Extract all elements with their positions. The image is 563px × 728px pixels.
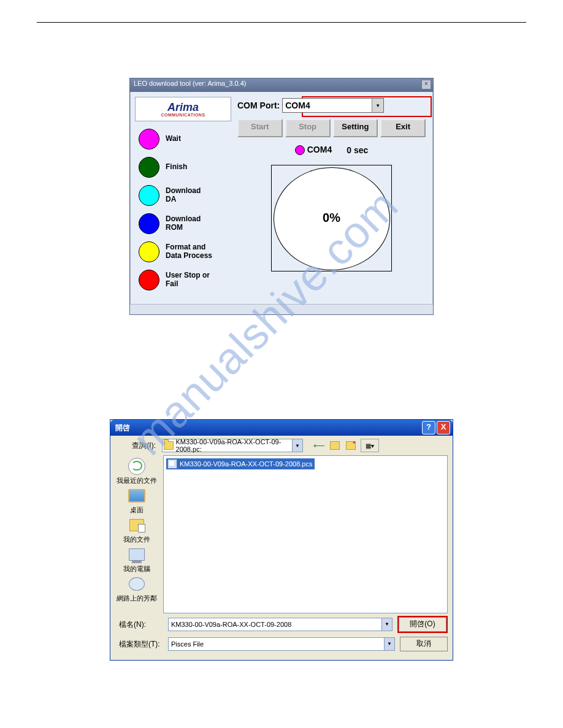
lookin-value: KM330-00-V09a-ROA-XX-OCT-09-2008.pc: (176, 438, 302, 453)
com-port-value: COM4 (285, 100, 310, 110)
chevron-down-icon[interactable]: ▼ (372, 99, 383, 112)
cancel-button[interactable]: 取消 (400, 637, 448, 651)
open-button[interactable]: 開啓(O) (399, 617, 446, 632)
folder-icon (164, 441, 174, 450)
place-desktop[interactable]: 桌面 (110, 486, 163, 515)
filename-label: 檔名(N): (115, 620, 163, 630)
status-dot-icon (295, 145, 305, 155)
place-label: 網路上的芳鄰 (117, 594, 157, 603)
place-label: 桌面 (130, 506, 144, 515)
place-network[interactable]: 網路上的芳鄰 (110, 574, 163, 604)
file-list[interactable]: KM330-00-V09a-ROA-XX-OCT-09-2008.pcs (163, 455, 448, 613)
file-item-selected[interactable]: KM330-00-V09a-ROA-XX-OCT-09-2008.pcs (166, 458, 315, 469)
com-port-label: COM Port: (237, 100, 280, 110)
dot-icon (139, 241, 159, 262)
legend-label: Format and Data Process (166, 243, 212, 260)
new-folder-icon[interactable] (345, 439, 357, 452)
legend-label: Download ROM (166, 215, 201, 232)
place-label: 我的電腦 (123, 564, 150, 574)
stop-button[interactable]: Stop (285, 119, 331, 137)
place-mydocs[interactable]: 我的文件 (110, 515, 163, 545)
dialog-titlebar: 開啓 ? X (110, 420, 453, 436)
status-time: 0 sec (347, 145, 368, 155)
start-button[interactable]: Start (237, 119, 283, 137)
dot-icon (139, 213, 159, 234)
window-titlebar: LEO download tool (ver: Arima_3.0.4) × (130, 78, 433, 92)
view-menu-icon[interactable]: ▦▾ (361, 439, 379, 452)
dot-icon (139, 157, 159, 178)
place-recent[interactable]: 我最近的文件 (110, 457, 163, 486)
legend-finish: Finish (132, 153, 234, 181)
dot-icon (139, 185, 159, 206)
place-label: 我的文件 (123, 535, 150, 544)
desktop-icon (128, 489, 145, 502)
network-icon (129, 577, 145, 591)
file-icon (167, 459, 177, 469)
legend-label: Wait (166, 135, 181, 143)
back-icon[interactable]: ⟵ (313, 439, 325, 452)
progress-box: 0% (271, 165, 392, 271)
mydocs-icon (129, 519, 144, 531)
highlight-open-button: 開啓(O) (397, 616, 448, 633)
arima-logo: Arima COMMUNICATIONS (135, 97, 231, 121)
filename-value: KM330-00-V09a-ROA-XX-OCT-09-2008 (171, 621, 291, 628)
legend-panel: Arima COMMUNICATIONS Wait Finish Downloa… (132, 94, 234, 301)
dot-icon (139, 270, 159, 290)
chevron-down-icon[interactable]: ▼ (292, 439, 302, 452)
legend-download-da: Download DA (132, 181, 234, 210)
legend-label: Download DA (166, 187, 201, 204)
filetype-value: Pisces File (171, 640, 204, 648)
window-title: LEO download tool (ver: Arima_3.0.4) (134, 80, 246, 87)
status-port: COM4 (307, 145, 332, 154)
logo-main-text: Arima (167, 102, 199, 113)
legend-wait: Wait (132, 125, 234, 153)
dialog-title: 開啓 (115, 423, 130, 433)
filetype-label: 檔案類型(T): (115, 639, 163, 650)
folder-up-icon[interactable] (329, 439, 341, 452)
dialog-toolbar: 查詢(I): KM330-00-V09a-ROA-XX-OCT-09-2008.… (110, 436, 453, 455)
place-label: 我最近的文件 (117, 476, 157, 485)
legend-label: User Stop or Fail (166, 271, 210, 289)
file-open-dialog: 開啓 ? X 查詢(I): KM330-00-V09a-ROA-XX-OCT-0… (110, 419, 453, 661)
file-name: KM330-00-V09a-ROA-XX-OCT-09-2008.pcs (180, 460, 312, 468)
places-bar: 我最近的文件 桌面 我的文件 我的電腦 網路上的芳鄰 (110, 455, 163, 613)
dot-icon (139, 129, 159, 150)
status-row: COM4 0 sec (237, 145, 426, 155)
setting-button[interactable]: Setting (333, 119, 378, 137)
exit-button[interactable]: Exit (380, 119, 426, 137)
logo-sub-text: COMMUNICATIONS (161, 113, 205, 117)
chevron-down-icon[interactable]: ▼ (384, 638, 394, 650)
progress-percent: 0% (272, 211, 391, 225)
help-icon[interactable]: ? (422, 421, 435, 434)
window-statusbar (130, 304, 433, 314)
lookin-combobox[interactable]: KM330-00-V09a-ROA-XX-OCT-09-2008.pc: ▼ (162, 439, 303, 452)
close-icon[interactable]: × (421, 80, 431, 89)
legend-download-rom: Download ROM (132, 210, 234, 238)
legend-fail: User Stop or Fail (132, 266, 234, 294)
filename-combobox[interactable]: KM330-00-V09a-ROA-XX-OCT-09-2008 ▼ (168, 618, 393, 631)
legend-format: Format and Data Process (132, 238, 234, 266)
leo-download-tool-window: LEO download tool (ver: Arima_3.0.4) × A… (129, 78, 434, 315)
lookin-label: 查詢(I): (115, 441, 158, 451)
main-panel: COM Port: COM4 ▼ Start Stop Setting Exit… (234, 94, 431, 301)
close-icon[interactable]: X (437, 421, 450, 434)
legend-label: Finish (166, 163, 187, 172)
chevron-down-icon[interactable]: ▼ (381, 618, 392, 631)
filetype-combobox[interactable]: Pisces File ▼ (168, 637, 395, 651)
mycomputer-icon (129, 548, 145, 561)
com-port-select[interactable]: COM4 ▼ (282, 98, 384, 113)
place-mycomputer[interactable]: 我的電腦 (110, 545, 163, 574)
recent-icon (128, 458, 145, 475)
